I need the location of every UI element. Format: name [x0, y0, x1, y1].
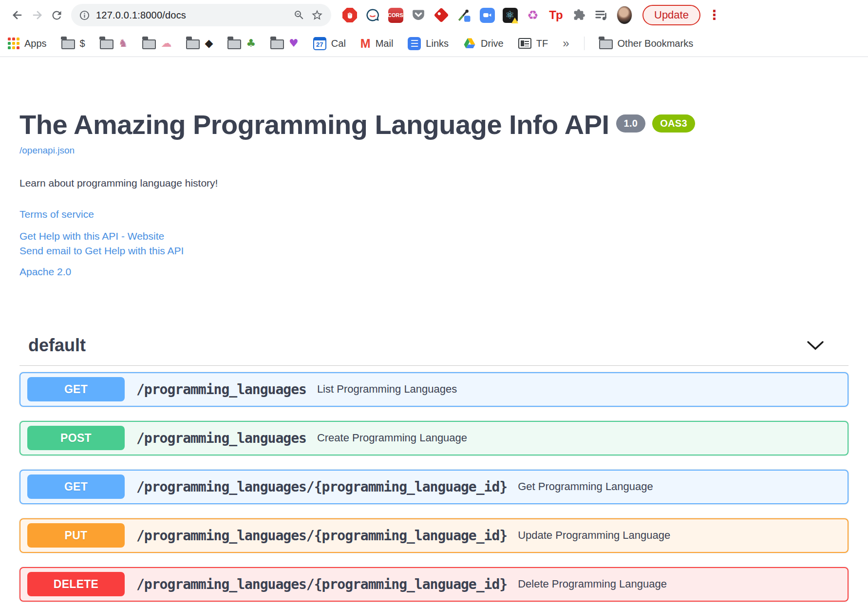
method-badge: GET — [27, 377, 125, 401]
calendar-icon: 27 — [313, 37, 326, 50]
bookmark-apps[interactable]: Apps — [8, 38, 47, 49]
news-card-icon — [518, 38, 531, 49]
zoom-out-icon[interactable] — [293, 9, 305, 21]
api-title-text: The Amazing Programming Language Info AP… — [19, 109, 609, 140]
method-badge: DELETE — [27, 572, 125, 596]
adblocker-extension-icon[interactable] — [342, 7, 358, 23]
help-email-link[interactable]: Send email to Get Help with this API — [19, 245, 184, 256]
help-website-link[interactable]: Get Help with this API - Website — [19, 230, 164, 242]
graduation-cap-icon: ◆ — [205, 38, 213, 49]
address-bar[interactable]: 127.0.0.1:8000/docs — [71, 4, 331, 26]
method-badge: GET — [27, 474, 125, 499]
playlist-extension-icon[interactable] — [594, 7, 609, 23]
swagger-page: The Amazing Programming Language Info AP… — [0, 109, 868, 602]
folder-icon — [599, 39, 613, 49]
folder-icon — [270, 39, 284, 49]
forward-button[interactable] — [27, 5, 47, 25]
refined-extension-icon[interactable] — [434, 7, 449, 23]
method-badge: POST — [27, 426, 125, 450]
endpoint-path: /programming_languages/{programming_lang… — [136, 528, 507, 544]
bookmark-folder-graduation[interactable]: ◆ — [186, 38, 213, 49]
bookmark-label: Mail — [376, 38, 394, 49]
endpoint-path: /programming_languages — [136, 381, 306, 398]
recycle-extension-icon[interactable]: ♻ — [525, 7, 541, 23]
bookmark-folder-purple-heart[interactable]: ♥ — [270, 38, 299, 49]
chrome-update-button[interactable]: Update — [642, 5, 700, 25]
google-drive-icon — [463, 38, 476, 49]
endpoint-summary: Delete Programming Language — [518, 578, 667, 590]
endpoint-post-create[interactable]: POST /programming_languages Create Progr… — [19, 421, 849, 455]
endpoint-path: /programming_languages/{programming_lang… — [136, 479, 507, 495]
list-lines-icon: ☰ — [408, 37, 421, 50]
cors-extension-icon[interactable]: CORS — [388, 7, 403, 23]
chat-extension-icon[interactable] — [365, 7, 380, 23]
bookmark-folder-brain[interactable]: ☁ — [142, 38, 171, 49]
bookmark-calendar[interactable]: 27 Cal — [313, 37, 346, 50]
avatar-image — [617, 6, 632, 24]
default-tag-section: default GET /programming_languages List … — [19, 335, 849, 602]
bookmark-folder-dollar[interactable]: $ — [61, 38, 85, 49]
profile-avatar[interactable] — [617, 7, 632, 23]
diamond-icon — [434, 7, 449, 22]
reload-button[interactable] — [47, 5, 66, 25]
endpoint-summary: List Programming Languages — [317, 383, 457, 396]
endpoint-summary: Update Programming Language — [518, 529, 670, 542]
tp-extension-icon[interactable]: Tp — [548, 7, 564, 23]
gmail-icon: M — [360, 37, 371, 51]
endpoint-summary: Get Programming Language — [518, 480, 653, 493]
update-label: Update — [654, 9, 689, 21]
bookmarks-overflow-button[interactable]: » — [563, 37, 569, 50]
endpoint-delete[interactable]: DELETE /programming_languages/{programmi… — [19, 567, 849, 602]
endpoint-put-update[interactable]: PUT /programming_languages/{programming_… — [19, 518, 849, 553]
pocket-icon — [411, 8, 426, 22]
endpoint-get-list[interactable]: GET /programming_languages List Programm… — [19, 372, 849, 407]
recycle-icon: ♻ — [527, 8, 538, 22]
bookmark-folder-herb[interactable]: ♣ — [227, 38, 256, 49]
extensions-row: CORS ⚛ ♻ — [342, 5, 861, 25]
bookmark-gmail[interactable]: M Mail — [360, 37, 394, 51]
zoom-extension-icon[interactable] — [479, 7, 495, 23]
purple-heart-icon: ♥ — [289, 38, 299, 49]
openapi-json-link[interactable]: /openapi.json — [19, 145, 75, 156]
stop-hand-icon — [342, 8, 357, 22]
bookmark-drive[interactable]: Drive — [463, 38, 504, 49]
react-devtools-extension-icon[interactable]: ⚛ — [502, 7, 518, 23]
license-link[interactable]: Apache 2.0 — [19, 266, 71, 277]
pocket-extension-icon[interactable] — [411, 7, 426, 23]
back-button[interactable] — [8, 5, 27, 25]
bookmark-star-icon[interactable] — [311, 9, 323, 21]
bookmarks-bar: Apps $ ♞ ☁ ◆ ♣ ♥ 27 Cal M Mail ☰ Links — [0, 30, 868, 57]
site-info-icon[interactable] — [79, 10, 90, 21]
method-badge: PUT — [27, 523, 125, 548]
other-bookmarks-button[interactable]: Other Bookmarks — [599, 38, 694, 49]
folder-icon — [100, 39, 113, 49]
folder-icon — [61, 39, 75, 49]
bookmark-folder-carousel[interactable]: ♞ — [100, 38, 128, 49]
chevron-down-icon[interactable] — [807, 341, 824, 350]
section-title: default — [28, 335, 86, 356]
carousel-horse-icon: ♞ — [118, 38, 128, 49]
puzzle-piece-icon — [572, 8, 585, 22]
music-playlist-icon — [594, 8, 609, 22]
extensions-puzzle-button[interactable] — [571, 7, 586, 23]
tp-letters-icon: Tp — [549, 8, 562, 22]
bookmark-label: Other Bookmarks — [618, 38, 694, 49]
default-section-header[interactable]: default — [19, 335, 849, 366]
browser-menu-button[interactable]: ⋮ — [708, 7, 720, 23]
terms-of-service-link[interactable]: Terms of service — [19, 209, 94, 220]
folder-icon — [227, 39, 241, 49]
bookmark-label: Apps — [24, 38, 47, 49]
bookmark-tf[interactable]: TF — [518, 38, 548, 49]
endpoint-path: /programming_languages/{programming_lang… — [136, 576, 507, 592]
url-text[interactable]: 127.0.0.1:8000/docs — [96, 10, 186, 21]
eyedropper-extension-icon[interactable] — [456, 7, 472, 23]
video-camera-icon — [480, 8, 495, 23]
cors-badge: CORS — [388, 8, 403, 23]
herb-icon: ♣ — [246, 38, 256, 49]
bookmark-links[interactable]: ☰ Links — [408, 37, 449, 50]
endpoint-get-one[interactable]: GET /programming_languages/{programming_… — [19, 470, 849, 504]
bookmark-label: Cal — [331, 38, 346, 49]
folder-icon — [186, 39, 200, 49]
reload-icon — [50, 9, 63, 22]
version-badge: 1.0 — [616, 114, 646, 133]
